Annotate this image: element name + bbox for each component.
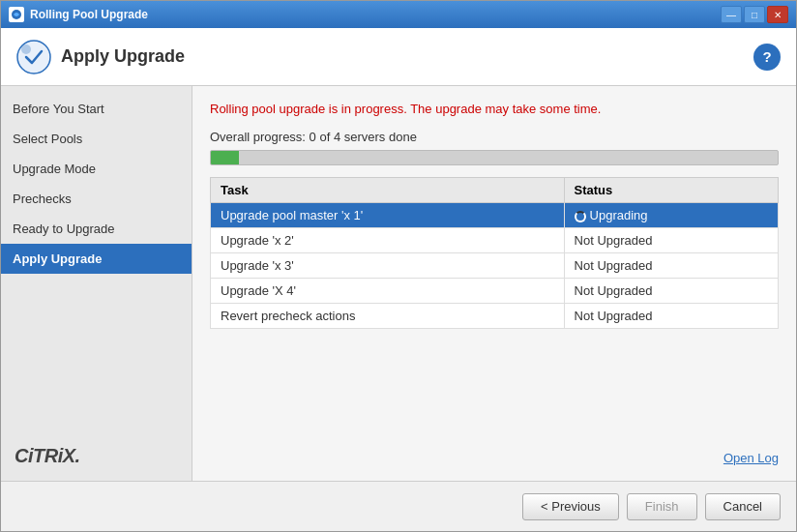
status-cell: Not Upgraded (564, 279, 778, 304)
title-bar: Rolling Pool Upgrade — □ ✕ (1, 1, 796, 28)
table-row[interactable]: Upgrade 'x 3'Not Upgraded (211, 253, 779, 279)
table-row[interactable]: Revert precheck actionsNot Upgraded (211, 304, 779, 329)
citrix-logo: CiTRiX. (1, 435, 192, 481)
sidebar: Before You Start Select Pools Upgrade Mo… (1, 86, 192, 481)
table-row[interactable]: Upgrade pool master 'x 1'Upgrading (211, 203, 779, 228)
table-row[interactable]: Upgrade 'x 2'Not Upgraded (211, 228, 779, 253)
close-button[interactable]: ✕ (767, 6, 788, 23)
table-row[interactable]: Upgrade 'X 4'Not Upgraded (211, 279, 779, 304)
content-area: Rolling pool upgrade is in progress. The… (192, 86, 796, 481)
progress-bar-container (210, 150, 779, 165)
finish-button[interactable]: Finish (627, 493, 697, 520)
sidebar-nav: Before You Start Select Pools Upgrade Mo… (1, 86, 192, 281)
cancel-button[interactable]: Cancel (705, 493, 781, 520)
task-cell: Upgrade 'X 4' (211, 279, 565, 304)
previous-button[interactable]: < Previous (522, 493, 619, 520)
svg-point-1 (17, 41, 50, 74)
progress-section: Overall progress: 0 of 4 servers done (210, 130, 779, 165)
status-cell: Not Upgraded (564, 253, 778, 279)
progress-label: Overall progress: 0 of 4 servers done (210, 130, 779, 144)
status-column-header: Status (564, 178, 778, 203)
progress-bar-fill (211, 151, 239, 164)
sidebar-item-prechecks[interactable]: Prechecks (1, 184, 192, 214)
task-cell: Upgrade 'x 3' (211, 253, 565, 279)
status-cell: Not Upgraded (564, 228, 778, 253)
open-log-link[interactable]: Open Log (210, 441, 779, 465)
task-table: Task Status Upgrade pool master 'x 1'Upg… (210, 177, 779, 329)
sidebar-item-upgrade-mode[interactable]: Upgrade Mode (1, 154, 192, 184)
main-content: Before You Start Select Pools Upgrade Mo… (1, 86, 796, 481)
task-column-header: Task (211, 178, 565, 203)
sidebar-item-select-pools[interactable]: Select Pools (1, 124, 192, 154)
svg-point-2 (21, 44, 31, 54)
minimize-button[interactable]: — (721, 6, 742, 23)
maximize-button[interactable]: □ (744, 6, 765, 23)
status-cell: Upgrading (564, 203, 778, 228)
window-icon (9, 7, 24, 22)
content-wrapper: Rolling pool upgrade is in progress. The… (210, 102, 779, 465)
title-bar-buttons: — □ ✕ (721, 6, 788, 23)
dialog-header: Apply Upgrade ? (1, 28, 796, 86)
task-cell: Upgrade pool master 'x 1' (211, 203, 565, 228)
main-window: Rolling Pool Upgrade — □ ✕ Apply Upgrade… (0, 0, 797, 532)
sidebar-item-apply-upgrade[interactable]: Apply Upgrade (1, 244, 192, 274)
help-button[interactable]: ? (753, 44, 781, 71)
status-message: Rolling pool upgrade is in progress. The… (210, 102, 779, 116)
status-cell: Not Upgraded (564, 304, 778, 329)
window-title: Rolling Pool Upgrade (30, 8, 721, 21)
header-title: Apply Upgrade (61, 46, 753, 67)
task-cell: Revert precheck actions (211, 304, 565, 329)
sidebar-item-ready-to-upgrade[interactable]: Ready to Upgrade (1, 214, 192, 244)
task-cell: Upgrade 'x 2' (211, 228, 565, 253)
sidebar-item-before-you-start[interactable]: Before You Start (1, 94, 192, 124)
header-icon (16, 40, 51, 74)
footer: < Previous Finish Cancel (1, 481, 796, 531)
